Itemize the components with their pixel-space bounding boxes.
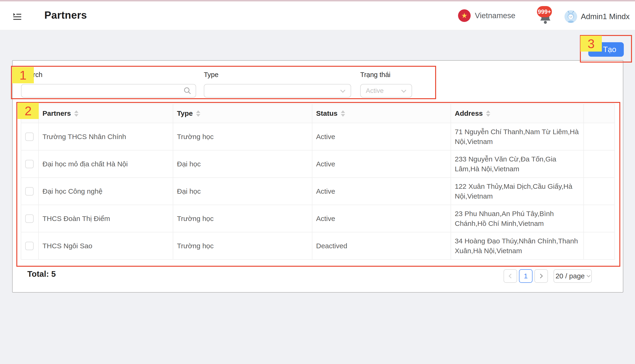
page-1-button[interactable]: 1 <box>519 269 532 283</box>
annotation-label-3: 3 <box>580 36 602 52</box>
vietnam-flag-icon: ★ <box>458 9 471 22</box>
page-title: Partners <box>44 9 87 21</box>
prev-page-button[interactable] <box>503 269 517 283</box>
total-count: Total: 5 <box>27 269 56 278</box>
user-menu[interactable]: Admin1 Mindx <box>564 10 630 23</box>
menu-unfold-icon[interactable] <box>12 11 23 22</box>
page-size-value: 20 / page <box>555 272 584 280</box>
notifications-button[interactable]: 999+ <box>538 10 555 26</box>
language-label: Vietnamese <box>475 11 515 20</box>
page-size-select[interactable]: 20 / page <box>553 269 592 283</box>
annotation-box-2 <box>16 102 620 267</box>
app-header: Partners ★ Vietnamese 999+ <box>0 2 635 30</box>
language-switcher[interactable]: ★ Vietnamese <box>458 9 515 22</box>
avatar <box>564 10 577 23</box>
annotation-box-1 <box>11 66 436 99</box>
next-page-button[interactable] <box>534 269 548 283</box>
user-name: Admin1 Mindx <box>581 12 630 21</box>
chevron-right-icon <box>538 274 543 278</box>
annotation-label-1: 1 <box>12 67 34 83</box>
chevron-down-icon <box>586 274 590 278</box>
annotation-label-2: 2 <box>18 103 39 119</box>
pagination: 1 20 / page <box>503 269 592 283</box>
notification-count-badge: 999+ <box>537 6 552 17</box>
chevron-left-icon <box>509 274 513 278</box>
